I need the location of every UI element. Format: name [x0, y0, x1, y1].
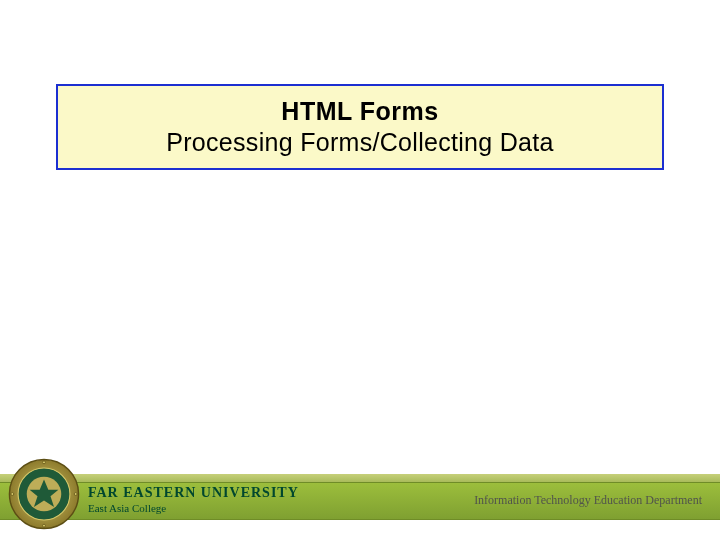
slide-subtitle: Processing Forms/Collecting Data: [166, 127, 554, 158]
college-name: East Asia College: [88, 502, 299, 514]
svg-point-3: [43, 461, 46, 464]
slide-title: HTML Forms: [281, 96, 438, 127]
university-seal-icon: [8, 458, 80, 530]
svg-point-6: [11, 493, 14, 496]
title-box: HTML Forms Processing Forms/Collecting D…: [56, 84, 664, 170]
university-name: FAR EASTERN UNIVERSITY: [88, 485, 299, 501]
university-block: FAR EASTERN UNIVERSITY East Asia College: [88, 480, 299, 518]
svg-point-5: [43, 524, 46, 527]
department-name: Information Technology Education Departm…: [474, 493, 702, 508]
slide: HTML Forms Processing Forms/Collecting D…: [0, 0, 720, 540]
svg-point-4: [74, 493, 77, 496]
